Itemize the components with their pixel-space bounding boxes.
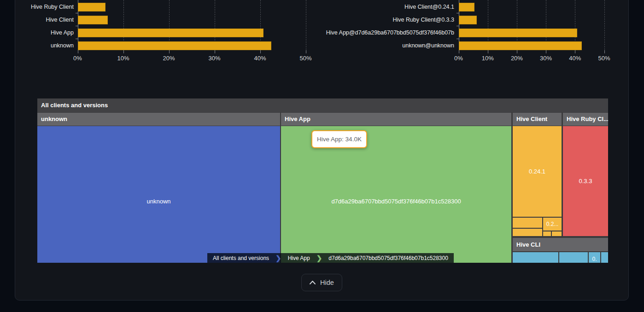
x-tick-label: 10% [473, 55, 503, 62]
y-axis-tick [457, 39, 459, 39]
category-label: Hive Client@0.24.1 [306, 4, 454, 10]
treemap-cell-hive-client-0-24-1[interactable]: 0.24.1 [513, 126, 562, 217]
bar-hive-app-d7d6a29ba6707bbd5075df376f46b07b[interactable] [459, 29, 577, 37]
x-axis-tick [604, 50, 605, 53]
clients-versions-treemap: All clients and versions unknown unknown… [37, 98, 608, 263]
treemap-cell-hive-client-minor[interactable] [513, 218, 542, 228]
x-tick-label: 40% [560, 55, 590, 62]
treemap-cell-hive-client-minor[interactable] [513, 229, 542, 236]
chevron-right-icon: ❯ [275, 253, 282, 263]
treemap-cell-hive-cli-3[interactable]: 0. [589, 252, 600, 263]
bar-hive-client-0-24-1[interactable] [459, 3, 474, 12]
bar-unknown-unknown[interactable] [459, 41, 582, 50]
chevron-up-icon [310, 281, 316, 284]
x-tick-label: 50% [590, 55, 619, 62]
treemap-section-header-hive-app[interactable]: Hive App [281, 113, 511, 126]
breadcrumb-item-hash[interactable]: d7d6a29ba6707bbd5075df376f46b07b1c528300 [323, 253, 454, 263]
treemap-cell-hive-cli-2[interactable]: 0.29.2 [559, 252, 588, 263]
bar-hive-ruby-client-0-3-3[interactable] [459, 16, 477, 24]
treemap-cell-hive-client-tiny[interactable] [543, 231, 551, 236]
gridline [604, 0, 605, 52]
treemap-root-header[interactable]: All clients and versions [37, 98, 608, 112]
x-tick-label: 0% [444, 55, 474, 62]
breadcrumb: All clients and versions ❯ Hive App ❯ d7… [207, 253, 454, 263]
x-axis-tick [517, 50, 517, 53]
treemap-cell-hive-cli-1[interactable]: 0.23.0 [513, 252, 558, 263]
category-label: unknown@unknown [306, 42, 454, 49]
treemap-tooltip: Hive App: 34.0K [311, 130, 367, 148]
x-axis-tick [488, 50, 488, 53]
breadcrumb-item-hive-app[interactable]: Hive App [282, 253, 316, 263]
dashboard-stage: 0%10%20%30%40%50%Hive Ruby ClientHive Cl… [0, 0, 644, 312]
treemap-section-header-unknown[interactable]: unknown [37, 113, 280, 126]
x-axis-tick [546, 50, 546, 53]
y-axis-tick [457, 26, 459, 26]
x-tick-label: 20% [502, 55, 532, 62]
treemap-cell-hive-client-tiny[interactable] [552, 231, 562, 236]
y-axis-tick [457, 13, 459, 13]
x-axis-tick [459, 50, 459, 53]
hide-button-label: Hide [320, 279, 334, 286]
category-label: Hive Ruby Client@0.3.3 [306, 17, 454, 23]
treemap-section-header-hive-ruby-client[interactable]: Hive Ruby Cl... [563, 113, 608, 126]
x-axis-tick [575, 50, 575, 53]
breadcrumb-item-root[interactable]: All clients and versions [207, 253, 275, 263]
x-tick-label: 30% [531, 55, 561, 62]
category-label: Hive App@d7d6a29ba6707bbd5075df376f46b07… [306, 29, 454, 36]
treemap-cell-hive-client-0-2[interactable]: 0.2... [543, 218, 562, 231]
treemap-section-header-hive-client[interactable]: Hive Client [513, 113, 562, 126]
treemap-cell-hive-ruby-0-3-3[interactable]: 0.3.3 [563, 126, 608, 236]
treemap-cell-unknown[interactable]: unknown [37, 126, 280, 263]
chevron-right-icon: ❯ [316, 253, 323, 263]
treemap-section-header-hive-cli[interactable]: Hive CLI [513, 238, 608, 251]
hide-button[interactable]: Hide [301, 274, 342, 291]
treemap-cell-hive-cli-4[interactable] [601, 252, 608, 263]
